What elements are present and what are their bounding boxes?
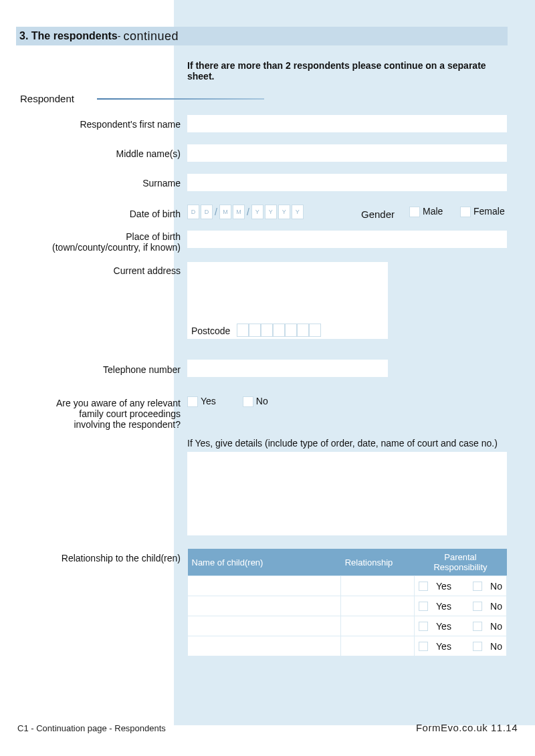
postcode-box-7[interactable] — [309, 324, 321, 337]
postcode-box-1[interactable] — [237, 324, 249, 337]
if-yes-prompt: If Yes, give details (include type of or… — [187, 438, 498, 449]
input-pob[interactable] — [187, 231, 507, 248]
gender-female-option: Female — [460, 206, 505, 217]
checkbox-pr-yes[interactable] — [419, 622, 428, 631]
dob-year-3[interactable]: Y — [278, 205, 290, 219]
label-proc-no: No — [256, 396, 268, 406]
dob-sep-2: / — [246, 207, 250, 217]
footer-site-name: FormEvo.co.uk — [416, 722, 488, 733]
label-relationship: Relationship to the child(ren) — [27, 553, 181, 563]
cell-child-name[interactable] — [188, 636, 341, 656]
label-proceedings-3: involving the respondent? — [27, 419, 181, 430]
dob-year-4[interactable]: Y — [292, 205, 304, 219]
label-proc-yes: Yes — [201, 396, 216, 406]
input-surname[interactable] — [187, 174, 507, 191]
dob-sep-1: / — [214, 207, 218, 217]
footer-site: FormEvo.co.uk 11.14 — [416, 722, 518, 733]
cell-child-name[interactable] — [188, 576, 341, 596]
form-page: 3. The respondents - continued If there … — [0, 0, 535, 756]
cell-relationship[interactable] — [341, 576, 415, 596]
footer-version: 11.14 — [488, 722, 518, 733]
postcode-box-3[interactable] — [261, 324, 273, 337]
checkbox-proc-yes[interactable] — [187, 396, 198, 407]
checkbox-proc-no[interactable] — [243, 396, 253, 407]
postcode-box-4[interactable] — [273, 324, 285, 337]
section-header: 3. The respondents - continued — [16, 27, 508, 45]
label-pob-1: Place of birth — [27, 231, 181, 242]
dob-day-2[interactable]: D — [201, 205, 213, 219]
th-parental: Parental Responsibility — [415, 549, 507, 576]
cell-relationship[interactable] — [341, 616, 415, 636]
instruction-text: If there are more than 2 respondents ple… — [187, 60, 508, 82]
checkbox-pr-no[interactable] — [473, 582, 482, 591]
cell-relationship[interactable] — [341, 596, 415, 616]
label-address: Current address — [27, 265, 181, 276]
checkbox-pr-no[interactable] — [473, 642, 482, 651]
postcode-box-6[interactable] — [297, 324, 309, 337]
label-surname: Surname — [27, 178, 181, 188]
postcode-input-group — [237, 324, 321, 337]
checkbox-pr-yes[interactable] — [419, 602, 428, 611]
children-table: Name of child(ren) Relationship Parental… — [187, 549, 507, 656]
label-dob: Date of birth — [27, 209, 181, 219]
table-row: YesNo — [188, 596, 507, 616]
dob-month-2[interactable]: M — [233, 205, 245, 219]
label-pob-2: (town/county/country, if known) — [27, 242, 181, 253]
input-telephone[interactable] — [187, 360, 388, 377]
checkbox-male[interactable] — [409, 207, 420, 217]
th-name: Name of child(ren) — [188, 549, 341, 576]
dob-input-group: D D / M M / Y Y Y Y — [187, 205, 304, 219]
section-continued: continued — [123, 29, 179, 43]
gender-male-option: Male — [409, 206, 443, 217]
input-proceedings-details[interactable] — [187, 452, 507, 535]
input-first-name[interactable] — [187, 115, 507, 132]
label-telephone: Telephone number — [27, 364, 181, 375]
dob-month-1[interactable]: M — [219, 205, 231, 219]
table-row: YesNo — [188, 576, 507, 596]
label-proceedings-1: Are you aware of any relevant — [27, 398, 181, 408]
proceedings-yesno: Yes No — [187, 396, 268, 407]
section-dash: - — [118, 31, 121, 41]
label-gender: Gender — [361, 209, 395, 220]
th-relationship: Relationship — [341, 549, 415, 576]
checkbox-pr-no[interactable] — [473, 622, 482, 631]
postcode-box-5[interactable] — [285, 324, 297, 337]
label-female: Female — [473, 206, 505, 217]
footer-doc-title: C1 - Continuation page - Respondents — [17, 723, 166, 733]
respondent-heading: Respondent — [20, 93, 74, 104]
label-first-name: Respondent's first name — [27, 119, 181, 130]
label-postcode: Postcode — [191, 326, 230, 336]
checkbox-female[interactable] — [460, 207, 471, 217]
label-male: Male — [423, 206, 443, 217]
cell-child-name[interactable] — [188, 616, 341, 636]
cell-child-name[interactable] — [188, 596, 341, 616]
dob-year-2[interactable]: Y — [265, 205, 277, 219]
postcode-box-2[interactable] — [249, 324, 261, 337]
table-row: YesNo — [188, 616, 507, 636]
label-middle-name: Middle name(s) — [27, 148, 181, 159]
checkbox-pr-yes[interactable] — [419, 582, 428, 591]
section-number: 3. The respondents — [19, 30, 118, 42]
respondent-rule — [97, 98, 264, 100]
label-proceedings-2: family court proceedings — [27, 408, 181, 419]
table-row: YesNo — [188, 636, 507, 656]
dob-day-1[interactable]: D — [187, 205, 199, 219]
input-middle-name[interactable] — [187, 144, 507, 162]
checkbox-pr-yes[interactable] — [419, 642, 428, 651]
checkbox-pr-no[interactable] — [473, 602, 482, 611]
dob-year-1[interactable]: Y — [251, 205, 263, 219]
cell-relationship[interactable] — [341, 636, 415, 656]
